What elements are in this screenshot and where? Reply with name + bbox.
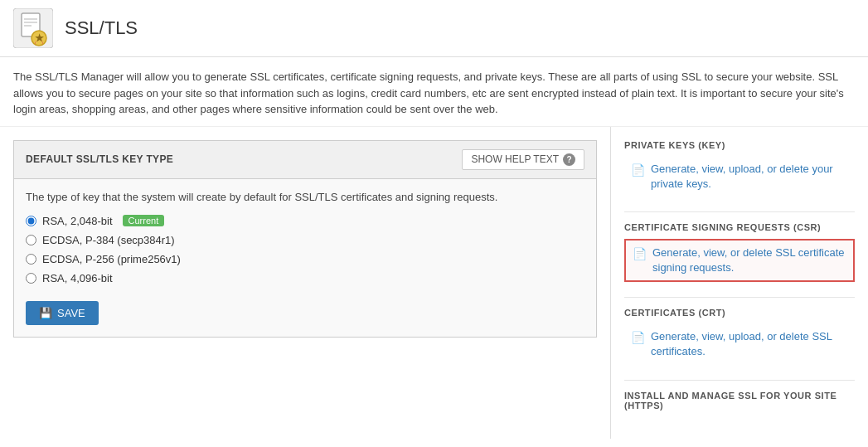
radio-label-ecdsa384: ECDSA, P-384 (secp384r1) <box>42 234 175 246</box>
radio-item-ecdsa384[interactable]: ECDSA, P-384 (secp384r1) <box>26 234 584 246</box>
page-wrapper: ★ SSL/TLS The SSL/TLS Manager will allow… <box>0 0 868 447</box>
panel-description: The type of key that the system will cre… <box>26 191 584 203</box>
box-header: DEFAULT SSL/TLS KEY TYPE SHOW HELP TEXT … <box>14 141 596 179</box>
right-panel: PRIVATE KEYS (KEY) 📄 Generate, view, upl… <box>611 127 868 439</box>
sidebar-section-title-certificates: CERTIFICATES (CRT) <box>624 308 855 318</box>
key-type-radio-group: RSA, 2,048-bit Current ECDSA, P-384 (sec… <box>26 215 584 284</box>
radio-item-rsa4096[interactable]: RSA, 4,096-bit <box>26 272 584 284</box>
file-icon-private-keys: 📄 <box>631 163 645 179</box>
show-help-button[interactable]: SHOW HELP TEXT ? <box>462 149 584 170</box>
radio-ecdsa256[interactable] <box>26 254 36 265</box>
show-help-label: SHOW HELP TEXT <box>471 153 559 165</box>
svg-text:★: ★ <box>35 32 44 44</box>
main-layout: DEFAULT SSL/TLS KEY TYPE SHOW HELP TEXT … <box>0 127 868 439</box>
file-icon-certificates: 📄 <box>631 330 645 347</box>
help-question-icon: ? <box>563 153 575 166</box>
box-title: DEFAULT SSL/TLS KEY TYPE <box>26 153 173 165</box>
csr-link[interactable]: 📄 Generate, view, or delete SSL certific… <box>624 239 855 282</box>
ssl-icon: ★ <box>13 8 53 48</box>
radio-item-ecdsa256[interactable]: ECDSA, P-256 (prime256v1) <box>26 253 584 265</box>
radio-ecdsa384[interactable] <box>26 235 36 245</box>
divider-install <box>624 380 855 381</box>
csr-link-text: Generate, view, or delete SSL certificat… <box>652 245 846 275</box>
left-panel: DEFAULT SSL/TLS KEY TYPE SHOW HELP TEXT … <box>0 127 611 439</box>
divider-csr <box>624 211 855 212</box>
sidebar-section-title-csr: CERTIFICATE SIGNING REQUESTS (CSR) <box>624 222 855 232</box>
private-keys-link[interactable]: 📄 Generate, view, upload, or delete your… <box>624 157 855 197</box>
certificates-link-text: Generate, view, upload, or delete SSL ce… <box>651 329 848 359</box>
radio-label-rsa2048: RSA, 2,048-bit <box>42 215 113 227</box>
sidebar-section-title-private-keys: PRIVATE KEYS (KEY) <box>624 140 855 150</box>
page-description: The SSL/TLS Manager will allow you to ge… <box>0 57 868 127</box>
private-keys-link-text: Generate, view, upload, or delete your p… <box>651 162 848 192</box>
radio-label-rsa4096: RSA, 4,096-bit <box>42 272 113 284</box>
save-icon: 💾 <box>39 307 52 319</box>
sidebar-section-certificates: CERTIFICATES (CRT) 📄 Generate, view, upl… <box>624 308 855 364</box>
radio-rsa4096[interactable] <box>26 273 36 284</box>
page-title: SSL/TLS <box>65 17 138 39</box>
page-header: ★ SSL/TLS <box>0 0 868 57</box>
divider-certificates <box>624 297 855 298</box>
current-badge: Current <box>123 215 165 226</box>
default-ssl-box: DEFAULT SSL/TLS KEY TYPE SHOW HELP TEXT … <box>13 140 597 338</box>
sidebar-section-csr: CERTIFICATE SIGNING REQUESTS (CSR) 📄 Gen… <box>624 222 855 282</box>
sidebar-section-private-keys: PRIVATE KEYS (KEY) 📄 Generate, view, upl… <box>624 140 855 197</box>
radio-item-rsa2048[interactable]: RSA, 2,048-bit Current <box>26 215 584 227</box>
radio-rsa2048[interactable] <box>26 216 36 226</box>
file-icon-csr: 📄 <box>633 246 647 263</box>
save-button[interactable]: 💾 SAVE <box>26 301 99 325</box>
radio-label-ecdsa256: ECDSA, P-256 (prime256v1) <box>42 253 181 265</box>
sidebar-section-title-install: INSTALL AND MANAGE SSL FOR YOUR SITE (HT… <box>624 391 855 411</box>
sidebar-section-install: INSTALL AND MANAGE SSL FOR YOUR SITE (HT… <box>624 391 855 411</box>
save-label: SAVE <box>57 307 85 319</box>
certificates-link[interactable]: 📄 Generate, view, upload, or delete SSL … <box>624 324 855 364</box>
box-body: The type of key that the system will cre… <box>14 179 596 337</box>
